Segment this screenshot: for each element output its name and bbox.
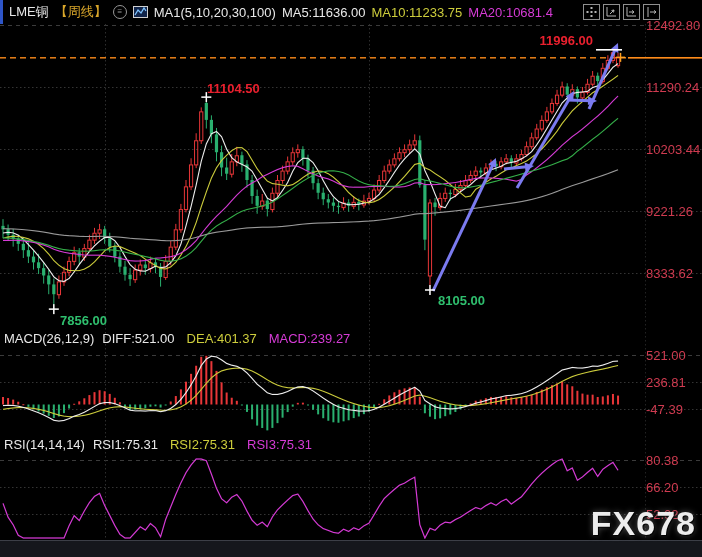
go-to-latest-icon[interactable] bbox=[643, 4, 660, 20]
macd-dea-value: DEA:401.37 bbox=[187, 331, 257, 346]
ma10-value: MA10:11233.75 bbox=[371, 5, 462, 20]
ma20-value: MA20:10681.4 bbox=[468, 5, 553, 20]
crosshair-icon[interactable] bbox=[583, 4, 600, 20]
watermark: FX678 bbox=[591, 504, 696, 543]
chart-canvas[interactable] bbox=[0, 0, 702, 557]
axis-scale-icon[interactable] bbox=[603, 4, 620, 20]
macd-param-row: MACD(26,12,9)DIFF:521.00DEA:401.37MACD:2… bbox=[4, 331, 350, 346]
timeframe-badge: 【周线】 bbox=[55, 3, 107, 21]
symbol-title: LME铜 bbox=[9, 3, 49, 21]
rsi3-value: RSI3:75.31 bbox=[247, 437, 312, 452]
chart-toolbar bbox=[583, 4, 660, 20]
macd-diff-value: DIFF:521.00 bbox=[102, 331, 174, 346]
indicator-menu-icon[interactable]: ≡ bbox=[113, 5, 127, 19]
rsi1-value: RSI1:75.31 bbox=[93, 437, 158, 452]
ma-settings-label[interactable]: MA1(5,10,20,30,100) bbox=[154, 5, 276, 20]
ma5-value: MA5:11636.00 bbox=[282, 5, 366, 20]
macd-value: MACD:239.27 bbox=[269, 331, 351, 346]
rsi2-value: RSI2:75.31 bbox=[170, 437, 235, 452]
rsi-params-label[interactable]: RSI(14,14,14) bbox=[4, 437, 85, 452]
rsi-param-row: RSI(14,14,14)RSI1:75.31RSI2:75.31RSI3:75… bbox=[4, 437, 312, 452]
chart-thumbnail-icon[interactable] bbox=[133, 6, 148, 18]
trading-chart-window: LME铜 【周线】 ≡ MA1(5,10,20,30,100) MA5:1163… bbox=[0, 0, 702, 557]
macd-params-label[interactable]: MACD(26,12,9) bbox=[4, 331, 94, 346]
auto-scroll-icon[interactable] bbox=[623, 4, 640, 20]
